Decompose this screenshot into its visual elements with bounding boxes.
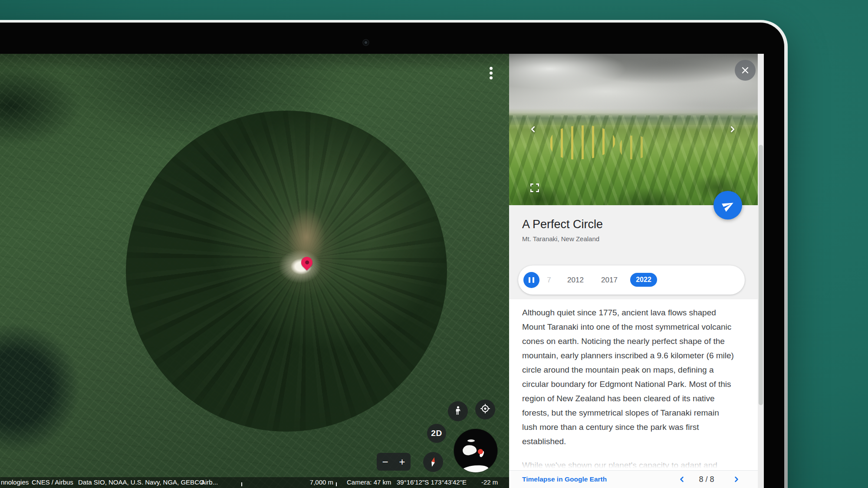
elevation: -22 m — [481, 478, 498, 486]
photo-carousel — [509, 54, 764, 205]
panel-scrollbar-thumb[interactable] — [759, 145, 763, 405]
scale-bar-tick — [241, 482, 242, 486]
attribution-text: Airb... — [201, 478, 218, 486]
scale-bar-tick — [336, 482, 337, 486]
page-indicator: 8 / 8 — [691, 471, 722, 488]
story-panel: A Perfect Circle Mt. Taranaki, New Zeala… — [509, 54, 764, 488]
pause-icon — [533, 277, 534, 283]
pause-button[interactable] — [523, 272, 539, 288]
map-overflow-menu-button[interactable] — [483, 62, 499, 83]
my-location-icon — [480, 403, 490, 416]
year-option-selected[interactable]: 2022 — [630, 273, 657, 287]
zoom-in-button[interactable]: + — [399, 453, 405, 471]
send-icon — [722, 199, 734, 211]
dot — [490, 67, 493, 70]
timelapse-link[interactable]: Timelapse in Google Earth — [522, 471, 607, 488]
compass-needle-icon — [426, 455, 440, 469]
pause-icon — [529, 277, 530, 283]
map-canvas[interactable]: 2D − + nnologies CNES / Airbus — [0, 54, 509, 488]
year-option[interactable]: 2017 — [596, 276, 622, 285]
share-button[interactable] — [713, 191, 742, 219]
year-option[interactable]: 7 — [544, 276, 554, 285]
zoom-out-button[interactable]: − — [382, 453, 388, 471]
webcam — [362, 39, 369, 46]
story-footer: Timelapse in Google Earth 8 / 8 — [509, 471, 758, 488]
paragraph: Although quiet since 1775, ancient lava … — [522, 305, 736, 449]
australia-landmass — [462, 444, 477, 456]
my-location-button[interactable] — [475, 400, 495, 419]
page-next-button[interactable] — [731, 474, 742, 485]
photo-prev-button[interactable] — [526, 123, 539, 136]
attribution-text: Data SIO, NOAA, U.S. Navy, NGA, GEBCO — [78, 478, 204, 486]
year-option[interactable]: 2012 — [562, 276, 589, 285]
2d-label: 2D — [431, 429, 442, 438]
fullscreen-icon[interactable] — [529, 182, 540, 193]
google-earth-screen: 2D − + nnologies CNES / Airbus — [0, 54, 764, 488]
story-description: Although quiet since 1775, ancient lava … — [522, 305, 736, 470]
map-status-bar: nnologies CNES / Airbus Data SIO, NOAA, … — [0, 477, 509, 488]
close-icon — [740, 65, 750, 75]
new-guinea-landmass — [467, 439, 475, 442]
close-panel-button[interactable] — [735, 60, 756, 81]
dot — [490, 76, 493, 79]
photo-next-button[interactable] — [726, 123, 739, 136]
attribution-text: CNES / Airbus — [32, 478, 73, 486]
page-subtitle: Mt. Taranaki, New Zealand — [522, 235, 599, 242]
pegman-icon — [453, 406, 463, 417]
2d-mode-button[interactable]: 2D — [427, 424, 446, 443]
timelapse-year-selector: 7 2012 2017 2022 — [518, 265, 745, 295]
dot — [490, 72, 493, 75]
globe-overview-button[interactable] — [454, 429, 497, 472]
coordinates: 39°16'12"S 173°43'42"E — [397, 478, 467, 486]
pegman-street-view-button[interactable] — [448, 401, 468, 421]
page-prev-button[interactable] — [677, 474, 687, 485]
zoom-control: − + — [377, 453, 411, 471]
camera-altitude: Camera: 47 km — [347, 478, 391, 486]
desktop-background: 2D − + nnologies CNES / Airbus — [0, 0, 868, 488]
panel-scrollbar-track[interactable] — [758, 54, 764, 488]
attribution-text: nnologies — [1, 478, 29, 486]
current-location-dot — [478, 449, 483, 454]
page-title: A Perfect Circle — [522, 218, 603, 231]
scale-label: 7,000 m — [278, 478, 333, 486]
paragraph: While we've shown our planet's capacity … — [522, 458, 736, 470]
compass-button[interactable] — [423, 452, 443, 472]
